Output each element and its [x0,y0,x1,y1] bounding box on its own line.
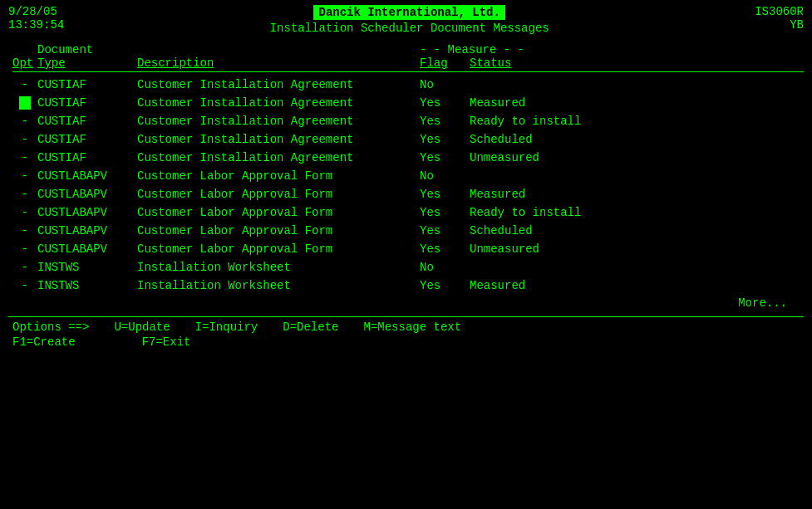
desc-cell: Customer Labor Approval Form [137,167,420,185]
opt-cell[interactable]: - [12,112,37,130]
type-cell: CUSTIAF [37,94,137,112]
opt-cell[interactable]: - [12,130,37,149]
table-row: -CUSTIAFCustomer Installation AgreementY… [12,149,804,167]
f1-option: F1=Create [12,335,76,349]
flag-cell: Yes [420,240,470,258]
desc-cell: Installation Worksheet [137,277,420,295]
table-row: -CUSTLABAPVCustomer Labor Approval FormN… [12,167,804,185]
status-cell: Scheduled [470,130,636,149]
opt-cell[interactable]: - [12,203,37,222]
flag-cell: No [420,258,470,277]
table-row: -CUSTLABAPVCustomer Labor Approval FormY… [12,240,804,258]
d-option: D=Delete [283,321,338,334]
page-title: Installation Scheduler Document Messages [270,22,549,35]
desc-cell: Customer Labor Approval Form [137,185,420,203]
opt-cell[interactable]: - [12,277,37,295]
desc-cell: Customer Labor Approval Form [137,222,420,240]
table-row: -CUSTIAFCustomer Installation AgreementY… [12,112,804,130]
desc-cell: Customer Installation Agreement [137,76,420,94]
flag-cell: Yes [420,112,470,130]
col-status-header: Status [470,56,619,70]
options-label: Options ==> [12,321,89,334]
table-row: -CUSTLABAPVCustomer Labor Approval FormY… [12,203,804,222]
more-indicator: More... [12,296,804,310]
footer-row-2: F1=Create F7=Exit [12,335,804,349]
status-cell: Unmeasured [470,240,636,258]
status-cell: Scheduled [470,222,636,240]
opt-cell[interactable]: - [12,167,37,185]
flag-cell: No [420,76,470,94]
desc-cell: Customer Installation Agreement [137,112,420,130]
flag-cell: Yes [420,277,470,295]
header-center: Dancik International, Ltd. Installation … [72,5,746,35]
time-display: 13:39:54 [8,18,64,32]
type-cell: CUSTIAF [37,76,137,94]
col-opt-header: Opt [12,56,37,70]
type-cell: CUSTIAF [37,112,137,130]
user-id: YB [790,18,804,32]
opt-cell[interactable]: - [12,258,37,277]
table-row: -CUSTIAFCustomer Installation AgreementN… [12,76,804,94]
desc-cell: Customer Labor Approval Form [137,240,420,258]
i-option: I=Inquiry [195,321,258,334]
type-cell: CUSTLABAPV [37,203,137,222]
desc-cell: Customer Labor Approval Form [137,203,420,222]
flag-cell: Yes [420,203,470,222]
company-name: Dancik International, Ltd. [313,5,504,20]
footer-divider [8,316,804,317]
col-type-header: Type [37,56,137,70]
type-cell: INSTWS [37,258,137,277]
desc-cell: Customer Installation Agreement [137,130,420,149]
table-row: CUSTIAFCustomer Installation AgreementYe… [12,94,804,112]
flag-cell: Yes [420,130,470,149]
col-flag-header: Flag [420,56,470,70]
doc-type-group-label: Document [37,43,137,56]
date-display: 9/28/05 [8,5,64,18]
col-desc-header: Description [137,56,420,70]
opt-cell[interactable]: - [12,76,37,94]
col-headers-1: Document - - Measure - - [12,43,804,56]
type-cell: CUSTIAF [37,149,137,167]
flag-cell: Yes [420,94,470,112]
table-row: -CUSTIAFCustomer Installation AgreementY… [12,130,804,149]
f7-option: F7=Exit [142,335,191,349]
desc-cell: Customer Installation Agreement [137,149,420,167]
type-cell: CUSTLABAPV [37,222,137,240]
flag-cell: No [420,167,470,185]
flag-cell: Yes [420,222,470,240]
table-row: -INSTWSInstallation WorksheetYesMeasured [12,277,804,295]
col-headers-2: Opt Type Description Flag Status [12,56,804,72]
table-row: -CUSTLABAPVCustomer Labor Approval FormY… [12,222,804,240]
footer-row-1: Options ==> U=Update I=Inquiry D=Delete … [12,321,804,334]
desc-cell: Customer Installation Agreement [137,94,420,112]
header: 9/28/05 13:39:54 Dancik International, L… [8,5,804,35]
type-cell: CUSTIAF [37,130,137,149]
screen: 9/28/05 13:39:54 Dancik International, L… [0,0,812,509]
type-cell: CUSTLABAPV [37,240,137,258]
header-left: 9/28/05 13:39:54 [8,5,64,32]
opt-cell[interactable]: - [12,240,37,258]
data-rows: -CUSTIAFCustomer Installation AgreementN… [12,76,804,295]
opt-cell[interactable]: - [12,222,37,240]
m-option: M=Message text [363,321,461,334]
opt-cell[interactable] [12,94,37,112]
desc-cell: Installation Worksheet [137,258,420,277]
status-cell: Measured [470,185,636,203]
table-row: -CUSTLABAPVCustomer Labor Approval FormY… [12,185,804,203]
opt-cell[interactable]: - [12,149,37,167]
header-right: IS3060R YB [755,5,804,32]
status-cell: Measured [470,277,636,295]
status-cell: Unmeasured [470,149,636,167]
opt-block-icon [19,96,31,110]
report-id: IS3060R [755,5,804,18]
opt-cell[interactable]: - [12,185,37,203]
table-row: -INSTWSInstallation WorksheetNo [12,258,804,277]
content-area: Document - - Measure - - Opt Type Descri… [8,43,804,310]
type-cell: CUSTLABAPV [37,185,137,203]
type-cell: CUSTLABAPV [37,167,137,185]
status-cell: Ready to install [470,203,636,222]
measure-group-label: - - Measure - - [420,43,636,56]
type-cell: INSTWS [37,277,137,295]
flag-cell: Yes [420,149,470,167]
status-cell: Ready to install [470,112,636,130]
